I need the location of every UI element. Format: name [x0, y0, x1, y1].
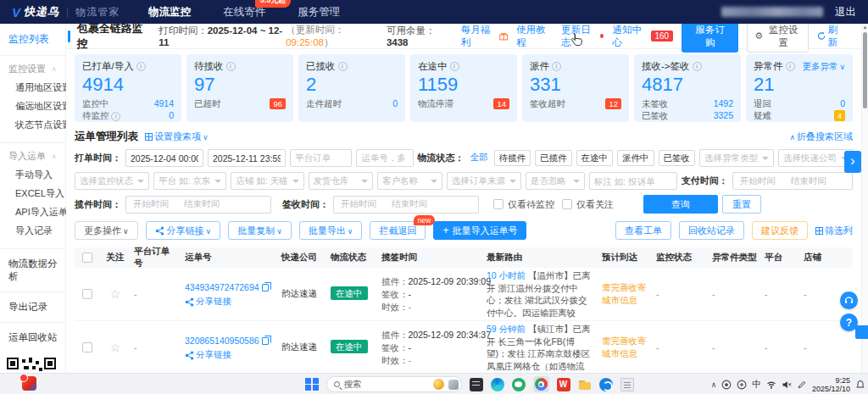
- only-pending-monitor-checkbox[interactable]: [493, 199, 504, 209]
- taskbar-file-explorer-icon[interactable]: [578, 378, 592, 391]
- scrollbar-thumb[interactable]: [863, 32, 867, 108]
- windows-start-button[interactable]: [305, 378, 319, 391]
- status-filter-signed[interactable]: 已签收: [659, 150, 696, 166]
- sidebar-item-manual-import[interactable]: 手动导入: [8, 163, 60, 181]
- sidebar-item-api-import[interactable]: API导入运单: [8, 200, 60, 219]
- taskbar-pinned-app-icon[interactable]: [22, 376, 36, 391]
- stat-card-pickup-to-sign[interactable]: 揽收->签收 4817 未签收1492 已签收3325: [634, 54, 741, 122]
- monitor-status-select[interactable]: 选择监控状态: [75, 172, 149, 190]
- pen-icon[interactable]: [797, 380, 807, 390]
- stat-card-abnormal[interactable]: 异常件 更多异常 21 退回0 疑难4: [746, 54, 853, 122]
- select-all-checkbox[interactable]: [82, 252, 92, 263]
- batch-import-waybill-button[interactable]: 批量导入运单号: [433, 221, 526, 240]
- status-filter-transit[interactable]: 在途中: [576, 150, 614, 166]
- tray-hidden-icons-chevron[interactable]: ∧: [711, 380, 717, 389]
- print-end-input[interactable]: [208, 149, 286, 167]
- intercept-return-button[interactable]: 拦截退回 new: [370, 221, 426, 240]
- customer-service-button[interactable]: [840, 291, 858, 309]
- refresh-button[interactable]: 刷新: [817, 24, 846, 49]
- ignore-select[interactable]: 是否忽略: [526, 172, 585, 190]
- more-operations-button[interactable]: 更多操作: [75, 221, 138, 240]
- query-button[interactable]: 查询: [643, 195, 718, 214]
- taskbar-app-notes-icon[interactable]: [620, 378, 634, 391]
- copy-icon[interactable]: [262, 337, 269, 345]
- sidebar-item-monitor-list[interactable]: 监控列表: [0, 24, 65, 56]
- status-filter-picked[interactable]: 已揽件: [535, 150, 572, 166]
- monthly-gift-link[interactable]: 每月福利: [461, 24, 508, 49]
- collapse-search-area-link[interactable]: 折叠搜索区域: [789, 130, 853, 143]
- monitor-settings-button[interactable]: ⚙ 监控设置: [747, 24, 809, 53]
- order-source-select[interactable]: 选择订单来源: [447, 172, 521, 190]
- status-filter-pending-pickup[interactable]: 待揽件: [494, 150, 531, 166]
- status-filter-delivering[interactable]: 派件中: [617, 150, 654, 166]
- notification-bell-icon[interactable]: [855, 380, 865, 390]
- sidebar-item-general-region[interactable]: 通用地区设置: [8, 75, 60, 94]
- batch-copy-button[interactable]: 批量复制: [228, 221, 292, 240]
- courier-select[interactable]: 选择快递公司: [778, 149, 853, 167]
- search-highlight-icon[interactable]: [448, 380, 459, 390]
- waybill-number-link[interactable]: 434934972472694: [185, 280, 275, 294]
- vertical-scrollbar[interactable]: [861, 24, 868, 373]
- speaker-muted-icon[interactable]: [782, 380, 792, 390]
- view-ticket-button[interactable]: 查看工单: [615, 221, 671, 240]
- corner-widget-button[interactable]: [855, 325, 868, 339]
- taskbar-app-wps-icon[interactable]: W: [557, 378, 570, 391]
- reset-button[interactable]: 重置: [722, 195, 761, 214]
- sidebar-item-remote-region[interactable]: 偏远地区设置: [8, 94, 60, 113]
- sidebar-item-status-node[interactable]: 状态节点设置: [8, 113, 60, 131]
- search-highlight-coin-icon[interactable]: [433, 379, 444, 390]
- kuaidiniao-logo[interactable]: V 快递鸟 | 物流管家: [12, 4, 120, 19]
- filter-columns-link[interactable]: 筛选列: [815, 225, 853, 237]
- tutorial-link[interactable]: 使用教程: [516, 24, 553, 49]
- waybill-input[interactable]: [356, 149, 413, 167]
- taskbar-app-terminal-icon[interactable]: [470, 378, 483, 391]
- batch-export-button[interactable]: 批量导出: [299, 221, 363, 240]
- taskbar-clock[interactable]: 9:25 2025/12/10: [812, 376, 850, 393]
- configure-search-fields-link[interactable]: 设置搜索项: [145, 130, 209, 143]
- abnormal-type-select[interactable]: 选择异常类型: [699, 149, 774, 167]
- changelog-link[interactable]: 更新日志: [561, 24, 604, 49]
- pickup-time-range[interactable]: 开始时间结束时间: [125, 196, 271, 214]
- status-filter-all[interactable]: 全部: [469, 150, 490, 166]
- stat-card-printed-imported[interactable]: 已打单/导入 4914 监控中4914 待监控 0: [75, 54, 181, 122]
- wifi-icon[interactable]: [766, 380, 776, 390]
- stat-card-in-transit[interactable]: 在途中 1159 物流停滞14: [410, 54, 517, 122]
- row-checkbox[interactable]: [82, 289, 92, 299]
- shop-select[interactable]: 店铺 如: 天猫: [231, 172, 303, 190]
- follow-star-icon[interactable]: ☆: [110, 287, 121, 301]
- share-link-button[interactable]: 分享链接: [146, 221, 221, 240]
- sidebar-item-import-records[interactable]: 导入记录: [8, 219, 60, 237]
- service-subscribe-button[interactable]: 服务订购: [682, 24, 738, 53]
- sidebar-item-excel-import[interactable]: EXCEL导入: [8, 181, 60, 200]
- copy-icon[interactable]: [262, 284, 269, 291]
- nav-item-service-management[interactable]: 服务管理: [298, 5, 340, 19]
- notification-center-link[interactable]: 通知中心 160: [612, 24, 673, 49]
- taskbar-app-chrome-active[interactable]: [533, 376, 549, 392]
- waybill-number-link[interactable]: 320865140950586: [185, 334, 275, 347]
- platform-select[interactable]: 平台 如: 京东: [153, 172, 226, 190]
- follow-star-icon[interactable]: ☆: [110, 341, 121, 354]
- feedback-button[interactable]: 建议反馈: [752, 221, 808, 240]
- only-followed-checkbox[interactable]: [562, 199, 572, 209]
- sign-time-range[interactable]: 开始时间结束时间: [333, 196, 479, 214]
- next-page-arrow-button[interactable]: [844, 151, 861, 173]
- account-name-blurred[interactable]: [721, 7, 823, 17]
- row-share-link[interactable]: 分享链接: [185, 296, 275, 308]
- nav-item-online-shipping[interactable]: 在线寄件 5.5元起: [223, 5, 265, 19]
- nav-item-logistics-monitor[interactable]: 物流监控: [148, 5, 191, 19]
- taskbar-app-browser-icon[interactable]: [599, 378, 613, 391]
- tray-audio-icon[interactable]: [737, 380, 747, 390]
- tray-headset-icon[interactable]: [721, 380, 732, 390]
- row-checkbox[interactable]: [82, 342, 92, 352]
- platform-order-input[interactable]: [290, 149, 352, 167]
- taskbar-app-edge-icon[interactable]: [491, 378, 504, 391]
- sidebar-item-export-records[interactable]: 导出记录: [0, 291, 65, 322]
- warehouse-select[interactable]: 发货仓库: [309, 172, 374, 190]
- stat-card-pending-pickup[interactable]: 待揽收 97 已超时96: [186, 54, 293, 122]
- print-start-input[interactable]: [125, 149, 203, 167]
- tag-input[interactable]: [589, 172, 677, 190]
- customer-select[interactable]: 客户名称: [377, 172, 442, 190]
- row-share-link[interactable]: 分享链接: [185, 349, 275, 361]
- stat-card-picked-up[interactable]: 已揽收 2 走件超时0: [298, 54, 405, 122]
- stat-card-delivering[interactable]: 派件 331 签收超时12: [522, 54, 629, 122]
